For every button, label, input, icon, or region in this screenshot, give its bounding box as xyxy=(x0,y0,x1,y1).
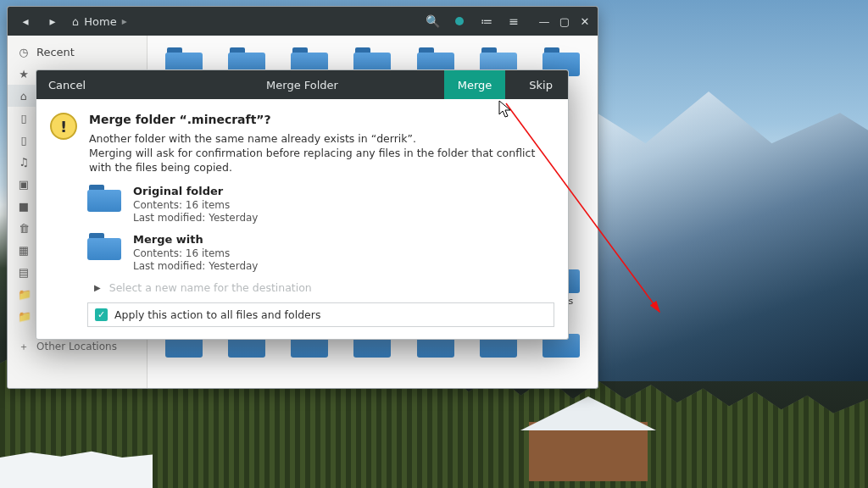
chevron-right-icon: ▸ xyxy=(122,15,127,27)
window-controls: — ▢ ✕ xyxy=(538,15,591,28)
sidebar-item-icon: 📁 xyxy=(18,288,30,301)
sidebar-item-icon: ♫ xyxy=(18,156,30,169)
dialog-headerbar: Merge Folder Cancel Merge Skip xyxy=(36,70,568,99)
forward-button[interactable]: ▸ xyxy=(42,10,64,32)
merge-with-title: Merge with xyxy=(133,233,258,246)
skip-button[interactable]: Skip xyxy=(514,70,568,99)
sidebar-item-icon: ▦ xyxy=(18,244,30,257)
merge-folder-dialog: Merge Folder Cancel Merge Skip ! Merge f… xyxy=(36,69,569,340)
view-toggle-button[interactable]: ≔ xyxy=(476,10,498,32)
original-folder-contents: Contents: 16 items xyxy=(133,199,258,212)
dialog-explain-1: Another folder with the same name alread… xyxy=(89,131,554,146)
folder-icon xyxy=(87,233,121,260)
sidebar-item-icon: ▤ xyxy=(18,266,30,279)
apply-all-label: Apply this action to all files and folde… xyxy=(114,308,320,321)
warning-icon: ! xyxy=(50,113,77,140)
file-manager-headerbar: ◂ ▸ ⌂ Home ▸ 🔍 ≔ ≡ — ▢ ✕ xyxy=(8,7,598,36)
sidebar-item-icon: ▯ xyxy=(18,112,30,125)
merge-button[interactable]: Merge xyxy=(444,70,506,99)
original-folder-row: Original folder Contents: 16 items Last … xyxy=(87,185,554,225)
sidebar-item-icon: ▯ xyxy=(18,134,30,147)
minimize-button[interactable]: — xyxy=(538,15,550,28)
rename-expander[interactable]: ▶ Select a new name for the destination xyxy=(94,281,554,294)
sidebar-item-icon: ★ xyxy=(18,68,30,80)
dialog-explain-2: Merging will ask for confirmation before… xyxy=(89,146,554,175)
breadcrumb[interactable]: ⌂ Home ▸ xyxy=(72,15,127,28)
original-folder-title: Original folder xyxy=(133,185,258,197)
back-button[interactable]: ◂ xyxy=(14,10,36,32)
apply-all-checkbox[interactable]: ✓ xyxy=(95,308,108,321)
sidebar-item-icon: 📁 xyxy=(18,310,30,323)
sidebar-item-icon: ■ xyxy=(18,200,30,213)
original-folder-modified: Last modified: Yesterday xyxy=(133,212,258,225)
close-button[interactable]: ✕ xyxy=(579,15,591,28)
status-indicator xyxy=(448,10,470,32)
plus-icon: ＋ xyxy=(18,340,30,354)
sidebar-item-icon: ◷ xyxy=(18,46,30,58)
sidebar-item-icon: 🗑 xyxy=(18,222,30,235)
sidebar-item-icon: ▣ xyxy=(18,178,30,191)
apply-all-row[interactable]: ✓ Apply this action to all files and fol… xyxy=(87,302,554,327)
sidebar-item[interactable]: ◷Recent xyxy=(8,41,147,63)
sidebar-item-icon: ⌂ xyxy=(18,90,30,103)
home-icon: ⌂ xyxy=(72,15,79,28)
maximize-button[interactable]: ▢ xyxy=(559,15,570,28)
search-button[interactable]: 🔍 xyxy=(421,10,443,32)
breadcrumb-home-label: Home xyxy=(84,15,116,28)
rename-hint: Select a new name for the destination xyxy=(109,281,312,294)
merge-with-contents: Contents: 16 items xyxy=(133,247,258,260)
menu-button[interactable]: ≡ xyxy=(503,10,525,32)
merge-with-modified: Last modified: Yesterday xyxy=(133,260,258,273)
expander-triangle-icon: ▶ xyxy=(94,283,101,292)
sidebar-item-label: Recent xyxy=(36,46,75,58)
merge-with-row: Merge with Contents: 16 items Last modif… xyxy=(87,233,554,273)
wallpaper-hut xyxy=(529,422,648,481)
status-dot-icon xyxy=(455,17,464,25)
cancel-button[interactable]: Cancel xyxy=(48,79,86,92)
dialog-question: Merge folder “.minecraft”? xyxy=(89,113,554,126)
other-locations-label: Other Locations xyxy=(36,341,117,352)
folder-icon xyxy=(87,185,121,212)
